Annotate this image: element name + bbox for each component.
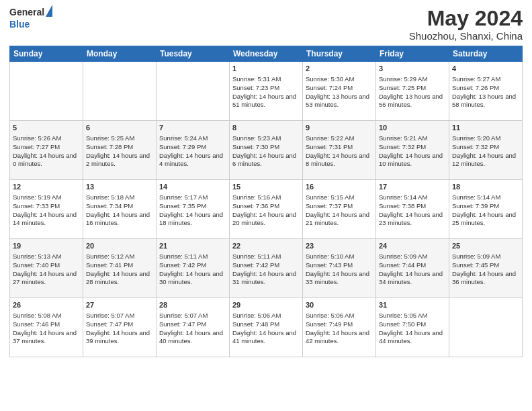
cell-content: 1Sunrise: 5:31 AMSunset: 7:23 PMDaylight… [232,64,300,109]
day-number: 5 [13,123,80,133]
sunset-text: Sunset: 7:34 PM [86,202,153,211]
daylight-text: Daylight: 14 hours and 4 minutes. [159,152,226,169]
day-number: 28 [159,300,226,310]
sunset-text: Sunset: 7:31 PM [306,143,373,152]
table-row: 17Sunrise: 5:14 AMSunset: 7:38 PMDayligh… [376,180,449,239]
sunrise-text: Sunrise: 5:30 AM [306,75,373,84]
table-row: 13Sunrise: 5:18 AMSunset: 7:34 PMDayligh… [83,180,157,239]
sunrise-text: Sunrise: 5:13 AM [13,253,80,261]
col-tuesday: Tuesday [157,46,230,62]
table-row: 18Sunrise: 5:14 AMSunset: 7:39 PMDayligh… [449,180,523,239]
calendar-week-row: 12Sunrise: 5:19 AMSunset: 7:33 PMDayligh… [10,180,523,239]
sunrise-text: Sunrise: 5:23 AM [232,134,300,143]
day-number: 14 [159,182,226,192]
day-number: 2 [306,64,373,74]
day-number: 20 [86,241,153,251]
calendar-week-row: 19Sunrise: 5:13 AMSunset: 7:40 PMDayligh… [10,239,523,298]
calendar-week-row: 1Sunrise: 5:31 AMSunset: 7:23 PMDaylight… [10,62,523,121]
sunset-text: Sunset: 7:35 PM [159,202,226,211]
daylight-text: Daylight: 14 hours and 20 minutes. [232,211,300,228]
cell-content: 30Sunrise: 5:06 AMSunset: 7:49 PMDayligh… [306,300,373,346]
sunrise-text: Sunrise: 5:14 AM [452,193,519,202]
cell-content: 22Sunrise: 5:11 AMSunset: 7:42 PMDayligh… [232,241,300,287]
sunset-text: Sunset: 7:26 PM [452,84,519,93]
sunset-text: Sunset: 7:40 PM [13,261,80,270]
daylight-text: Daylight: 14 hours and 34 minutes. [379,270,446,287]
table-row: 15Sunrise: 5:16 AMSunset: 7:36 PMDayligh… [230,180,303,239]
sunset-text: Sunset: 7:25 PM [379,84,446,93]
table-row: 11Sunrise: 5:20 AMSunset: 7:32 PMDayligh… [449,121,523,180]
daylight-text: Daylight: 14 hours and 42 minutes. [306,329,373,347]
table-row: 2Sunrise: 5:30 AMSunset: 7:24 PMDaylight… [303,62,376,121]
cell-content: 12Sunrise: 5:19 AMSunset: 7:33 PMDayligh… [13,182,80,228]
sunset-text: Sunset: 7:30 PM [232,143,300,152]
sunrise-text: Sunrise: 5:27 AM [452,75,519,84]
table-row: 30Sunrise: 5:06 AMSunset: 7:49 PMDayligh… [303,298,376,357]
table-row: 25Sunrise: 5:09 AMSunset: 7:45 PMDayligh… [449,239,523,298]
daylight-text: Daylight: 14 hours and 36 minutes. [452,270,519,287]
sunset-text: Sunset: 7:23 PM [232,84,300,93]
sunrise-text: Sunrise: 5:08 AM [13,312,80,320]
day-number: 18 [452,182,519,192]
table-row: 31Sunrise: 5:05 AMSunset: 7:50 PMDayligh… [376,298,449,357]
sunrise-text: Sunrise: 5:14 AM [379,193,446,202]
table-row: 8Sunrise: 5:23 AMSunset: 7:30 PMDaylight… [230,121,303,180]
day-number: 3 [379,64,446,74]
cell-content: 10Sunrise: 5:21 AMSunset: 7:32 PMDayligh… [379,123,446,169]
sunset-text: Sunset: 7:48 PM [232,320,300,329]
cell-content: 9Sunrise: 5:22 AMSunset: 7:31 PMDaylight… [306,123,373,169]
day-number: 25 [452,241,519,251]
daylight-text: Daylight: 14 hours and 21 minutes. [306,211,373,228]
sunrise-text: Sunrise: 5:22 AM [306,134,373,143]
calendar-header-row: Sunday Monday Tuesday Wednesday Thursday… [10,46,523,62]
sunrise-text: Sunrise: 5:05 AM [379,312,446,320]
table-row: 12Sunrise: 5:19 AMSunset: 7:33 PMDayligh… [10,180,83,239]
table-row: 21Sunrise: 5:11 AMSunset: 7:42 PMDayligh… [157,239,230,298]
day-number: 4 [452,64,519,74]
cell-content: 31Sunrise: 5:05 AMSunset: 7:50 PMDayligh… [379,300,446,346]
day-number: 10 [379,123,446,133]
table-row: 24Sunrise: 5:09 AMSunset: 7:44 PMDayligh… [376,239,449,298]
table-row: 27Sunrise: 5:07 AMSunset: 7:47 PMDayligh… [83,298,157,357]
cell-content: 15Sunrise: 5:16 AMSunset: 7:36 PMDayligh… [232,182,300,228]
col-thursday: Thursday [303,46,376,62]
table-row: 28Sunrise: 5:07 AMSunset: 7:47 PMDayligh… [157,298,230,357]
sunset-text: Sunset: 7:49 PM [306,320,373,329]
day-number: 13 [86,182,153,192]
sunset-text: Sunset: 7:47 PM [159,320,226,329]
sunset-text: Sunset: 7:46 PM [13,320,80,329]
sunrise-text: Sunrise: 5:31 AM [232,75,300,84]
day-number: 26 [13,300,80,310]
sunrise-text: Sunrise: 5:06 AM [306,312,373,320]
cell-content: 8Sunrise: 5:23 AMSunset: 7:30 PMDaylight… [232,123,300,169]
daylight-text: Daylight: 14 hours and 40 minutes. [159,329,226,347]
sunrise-text: Sunrise: 5:12 AM [86,253,153,261]
daylight-text: Daylight: 14 hours and 16 minutes. [86,211,153,228]
calendar-week-row: 5Sunrise: 5:26 AMSunset: 7:27 PMDaylight… [10,121,523,180]
calendar-title: May 2024 [409,7,523,30]
sunrise-text: Sunrise: 5:19 AM [13,193,80,202]
table-row: 4Sunrise: 5:27 AMSunset: 7:26 PMDaylight… [449,62,523,121]
col-sunday: Sunday [10,46,83,62]
cell-content: 3Sunrise: 5:29 AMSunset: 7:25 PMDaylight… [379,64,446,109]
sunset-text: Sunset: 7:33 PM [13,202,80,211]
daylight-text: Daylight: 13 hours and 53 minutes. [306,93,373,110]
sunrise-text: Sunrise: 5:20 AM [452,134,519,143]
cell-content: 28Sunrise: 5:07 AMSunset: 7:47 PMDayligh… [159,300,226,346]
table-row: 3Sunrise: 5:29 AMSunset: 7:25 PMDaylight… [376,62,449,121]
cell-content: 18Sunrise: 5:14 AMSunset: 7:39 PMDayligh… [452,182,519,228]
daylight-text: Daylight: 14 hours and 12 minutes. [452,152,519,169]
sunrise-text: Sunrise: 5:11 AM [159,253,226,261]
daylight-text: Daylight: 14 hours and 31 minutes. [232,270,300,287]
daylight-text: Daylight: 14 hours and 44 minutes. [379,329,446,347]
table-row: 22Sunrise: 5:11 AMSunset: 7:42 PMDayligh… [230,239,303,298]
col-wednesday: Wednesday [230,46,303,62]
daylight-text: Daylight: 14 hours and 8 minutes. [306,152,373,169]
sunrise-text: Sunrise: 5:09 AM [452,253,519,261]
day-number: 8 [232,123,300,133]
sunrise-text: Sunrise: 5:15 AM [306,193,373,202]
sunset-text: Sunset: 7:29 PM [159,143,226,152]
calendar-table: Sunday Monday Tuesday Wednesday Thursday… [9,46,523,357]
sunrise-text: Sunrise: 5:07 AM [86,312,153,320]
sunset-text: Sunset: 7:45 PM [452,261,519,270]
